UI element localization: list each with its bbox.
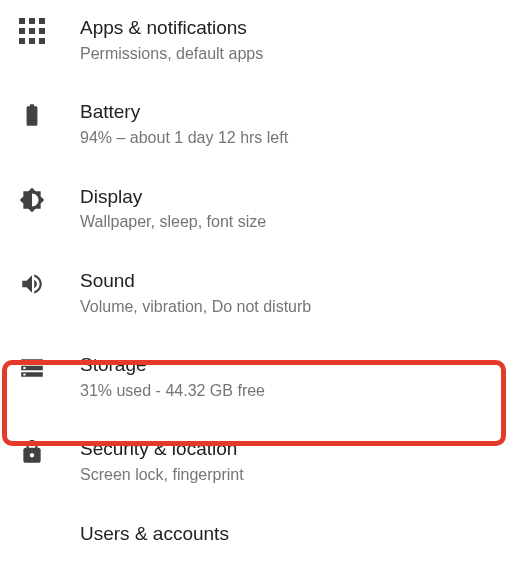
settings-item-subtitle: Screen lock, fingerprint (80, 464, 244, 486)
volume-icon (16, 271, 48, 297)
settings-item-storage[interactable]: Storage 31% used - 44.32 GB free (0, 337, 508, 421)
settings-item-title: Users & accounts (80, 522, 229, 547)
settings-item-subtitle: 31% used - 44.32 GB free (80, 380, 265, 402)
settings-item-apps[interactable]: Apps & notifications Permissions, defaul… (0, 0, 508, 84)
lock-icon (16, 439, 48, 465)
brightness-icon (16, 187, 48, 213)
settings-list: Apps & notifications Permissions, defaul… (0, 0, 508, 574)
settings-item-sound[interactable]: Sound Volume, vibration, Do not disturb (0, 253, 508, 337)
settings-item-title: Battery (80, 100, 288, 125)
settings-item-title: Security & location (80, 437, 244, 462)
apps-grid-icon (16, 18, 48, 44)
settings-item-subtitle: 94% – about 1 day 12 hrs left (80, 127, 288, 149)
battery-icon (16, 102, 48, 128)
settings-item-subtitle: Wallpaper, sleep, font size (80, 211, 266, 233)
settings-item-subtitle: Volume, vibration, Do not disturb (80, 296, 311, 318)
storage-icon (16, 355, 48, 381)
settings-item-users[interactable]: Users & accounts (0, 506, 508, 574)
settings-item-security[interactable]: Security & location Screen lock, fingerp… (0, 421, 508, 505)
settings-item-subtitle: Permissions, default apps (80, 43, 263, 65)
settings-item-title: Sound (80, 269, 311, 294)
settings-item-title: Display (80, 185, 266, 210)
settings-item-title: Storage (80, 353, 265, 378)
settings-item-battery[interactable]: Battery 94% – about 1 day 12 hrs left (0, 84, 508, 168)
settings-item-title: Apps & notifications (80, 16, 263, 41)
settings-item-display[interactable]: Display Wallpaper, sleep, font size (0, 169, 508, 253)
